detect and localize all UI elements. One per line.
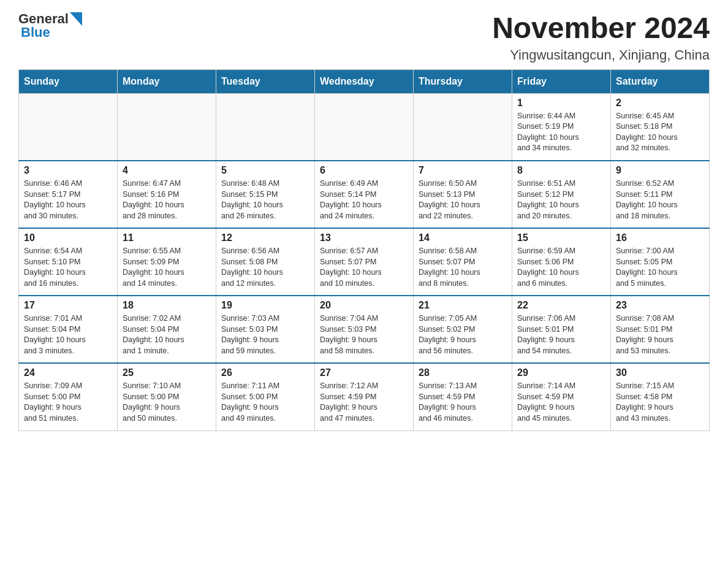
- logo: General Blue: [18, 12, 82, 39]
- weekday-header-thursday: Thursday: [414, 69, 512, 93]
- day-info: Sunrise: 6:45 AMSunset: 5:18 PMDaylight:…: [616, 111, 704, 154]
- calendar-cell: 8Sunrise: 6:51 AMSunset: 5:12 PMDaylight…: [512, 161, 611, 228]
- calendar-cell: 9Sunrise: 6:52 AMSunset: 5:11 PMDaylight…: [611, 161, 710, 228]
- location-title: Yingwusitangcun, Xinjiang, China: [492, 47, 710, 63]
- day-info: Sunrise: 7:13 AMSunset: 4:59 PMDaylight:…: [419, 381, 507, 424]
- day-info: Sunrise: 7:10 AMSunset: 5:00 PMDaylight:…: [123, 381, 211, 424]
- calendar-cell: 7Sunrise: 6:50 AMSunset: 5:13 PMDaylight…: [414, 161, 512, 228]
- logo-general-text: General: [18, 12, 69, 26]
- day-number: 5: [221, 165, 309, 176]
- day-info: Sunrise: 7:06 AMSunset: 5:01 PMDaylight:…: [517, 313, 605, 356]
- calendar-cell: 28Sunrise: 7:13 AMSunset: 4:59 PMDayligh…: [414, 363, 512, 431]
- calendar-cell: 3Sunrise: 6:46 AMSunset: 5:17 PMDaylight…: [19, 161, 118, 228]
- weekday-header-saturday: Saturday: [611, 69, 710, 93]
- calendar-cell: [19, 93, 118, 161]
- weekday-header-friday: Friday: [512, 69, 611, 93]
- weekday-header-tuesday: Tuesday: [216, 69, 315, 93]
- day-info: Sunrise: 6:59 AMSunset: 5:06 PMDaylight:…: [517, 246, 605, 289]
- calendar-cell: 21Sunrise: 7:05 AMSunset: 5:02 PMDayligh…: [414, 296, 512, 363]
- day-number: 23: [616, 300, 704, 311]
- calendar-cell: 6Sunrise: 6:49 AMSunset: 5:14 PMDaylight…: [315, 161, 414, 228]
- day-number: 6: [320, 165, 408, 176]
- day-number: 27: [320, 367, 408, 378]
- day-info: Sunrise: 7:00 AMSunset: 5:05 PMDaylight:…: [616, 246, 704, 289]
- day-number: 11: [123, 232, 211, 243]
- calendar-cell: [315, 93, 414, 161]
- day-number: 21: [419, 300, 507, 311]
- day-number: 16: [616, 232, 704, 243]
- day-info: Sunrise: 7:05 AMSunset: 5:02 PMDaylight:…: [419, 313, 507, 356]
- day-info: Sunrise: 6:46 AMSunset: 5:17 PMDaylight:…: [24, 178, 112, 221]
- day-info: Sunrise: 7:09 AMSunset: 5:00 PMDaylight:…: [24, 381, 112, 424]
- day-number: 15: [517, 232, 605, 243]
- day-info: Sunrise: 6:52 AMSunset: 5:11 PMDaylight:…: [616, 178, 704, 221]
- calendar-cell: 26Sunrise: 7:11 AMSunset: 5:00 PMDayligh…: [216, 363, 315, 431]
- calendar-week-row: 3Sunrise: 6:46 AMSunset: 5:17 PMDaylight…: [19, 161, 710, 228]
- day-number: 20: [320, 300, 408, 311]
- weekday-header-row: SundayMondayTuesdayWednesdayThursdayFrid…: [19, 69, 710, 93]
- day-info: Sunrise: 6:54 AMSunset: 5:10 PMDaylight:…: [24, 246, 112, 289]
- weekday-header-sunday: Sunday: [19, 69, 118, 93]
- day-number: 10: [24, 232, 112, 243]
- day-info: Sunrise: 7:08 AMSunset: 5:01 PMDaylight:…: [616, 313, 704, 356]
- calendar-cell: 29Sunrise: 7:14 AMSunset: 4:59 PMDayligh…: [512, 363, 611, 431]
- calendar-cell: 5Sunrise: 6:48 AMSunset: 5:15 PMDaylight…: [216, 161, 315, 228]
- day-number: 19: [221, 300, 309, 311]
- logo-arrow-icon: [70, 12, 82, 26]
- day-info: Sunrise: 6:49 AMSunset: 5:14 PMDaylight:…: [320, 178, 408, 221]
- day-info: Sunrise: 7:14 AMSunset: 4:59 PMDaylight:…: [517, 381, 605, 424]
- calendar-table: SundayMondayTuesdayWednesdayThursdayFrid…: [18, 69, 710, 431]
- calendar-cell: 16Sunrise: 7:00 AMSunset: 5:05 PMDayligh…: [611, 228, 710, 296]
- calendar-cell: 22Sunrise: 7:06 AMSunset: 5:01 PMDayligh…: [512, 296, 611, 363]
- day-number: 24: [24, 367, 112, 378]
- calendar-cell: 11Sunrise: 6:55 AMSunset: 5:09 PMDayligh…: [118, 228, 216, 296]
- calendar-cell: 27Sunrise: 7:12 AMSunset: 4:59 PMDayligh…: [315, 363, 414, 431]
- calendar-week-row: 24Sunrise: 7:09 AMSunset: 5:00 PMDayligh…: [19, 363, 710, 431]
- title-block: November 2024 Yingwusitangcun, Xinjiang,…: [492, 12, 710, 63]
- day-number: 7: [419, 165, 507, 176]
- day-info: Sunrise: 7:12 AMSunset: 4:59 PMDaylight:…: [320, 381, 408, 424]
- day-number: 1: [517, 98, 605, 109]
- calendar-cell: 2Sunrise: 6:45 AMSunset: 5:18 PMDaylight…: [611, 93, 710, 161]
- day-info: Sunrise: 6:58 AMSunset: 5:07 PMDaylight:…: [419, 246, 507, 289]
- day-number: 2: [616, 98, 704, 109]
- weekday-header-wednesday: Wednesday: [315, 69, 414, 93]
- day-info: Sunrise: 7:03 AMSunset: 5:03 PMDaylight:…: [221, 313, 309, 356]
- calendar-cell: 30Sunrise: 7:15 AMSunset: 4:58 PMDayligh…: [611, 363, 710, 431]
- day-info: Sunrise: 6:56 AMSunset: 5:08 PMDaylight:…: [221, 246, 309, 289]
- day-number: 22: [517, 300, 605, 311]
- calendar-week-row: 10Sunrise: 6:54 AMSunset: 5:10 PMDayligh…: [19, 228, 710, 296]
- day-number: 8: [517, 165, 605, 176]
- day-number: 12: [221, 232, 309, 243]
- day-number: 25: [123, 367, 211, 378]
- day-info: Sunrise: 6:47 AMSunset: 5:16 PMDaylight:…: [123, 178, 211, 221]
- calendar-cell: [118, 93, 216, 161]
- day-info: Sunrise: 6:51 AMSunset: 5:12 PMDaylight:…: [517, 178, 605, 221]
- day-info: Sunrise: 6:48 AMSunset: 5:15 PMDaylight:…: [221, 178, 309, 221]
- month-title: November 2024: [492, 12, 710, 45]
- calendar-cell: 14Sunrise: 6:58 AMSunset: 5:07 PMDayligh…: [414, 228, 512, 296]
- calendar-cell: 23Sunrise: 7:08 AMSunset: 5:01 PMDayligh…: [611, 296, 710, 363]
- day-number: 29: [517, 367, 605, 378]
- calendar-cell: 17Sunrise: 7:01 AMSunset: 5:04 PMDayligh…: [19, 296, 118, 363]
- page-header: General Blue November 2024 Yingwusitangc…: [18, 12, 710, 63]
- calendar-cell: 25Sunrise: 7:10 AMSunset: 5:00 PMDayligh…: [118, 363, 216, 431]
- calendar-cell: 10Sunrise: 6:54 AMSunset: 5:10 PMDayligh…: [19, 228, 118, 296]
- day-info: Sunrise: 7:11 AMSunset: 5:00 PMDaylight:…: [221, 381, 309, 424]
- day-info: Sunrise: 7:01 AMSunset: 5:04 PMDaylight:…: [24, 313, 112, 356]
- logo-blue-text: Blue: [21, 26, 82, 39]
- calendar-cell: 19Sunrise: 7:03 AMSunset: 5:03 PMDayligh…: [216, 296, 315, 363]
- calendar-cell: 1Sunrise: 6:44 AMSunset: 5:19 PMDaylight…: [512, 93, 611, 161]
- weekday-header-monday: Monday: [118, 69, 216, 93]
- day-number: 14: [419, 232, 507, 243]
- day-number: 13: [320, 232, 408, 243]
- day-info: Sunrise: 6:50 AMSunset: 5:13 PMDaylight:…: [419, 178, 507, 221]
- calendar-cell: 24Sunrise: 7:09 AMSunset: 5:00 PMDayligh…: [19, 363, 118, 431]
- day-number: 3: [24, 165, 112, 176]
- calendar-cell: [414, 93, 512, 161]
- calendar-week-row: 17Sunrise: 7:01 AMSunset: 5:04 PMDayligh…: [19, 296, 710, 363]
- calendar-cell: 4Sunrise: 6:47 AMSunset: 5:16 PMDaylight…: [118, 161, 216, 228]
- calendar-cell: 20Sunrise: 7:04 AMSunset: 5:03 PMDayligh…: [315, 296, 414, 363]
- day-number: 30: [616, 367, 704, 378]
- day-number: 18: [123, 300, 211, 311]
